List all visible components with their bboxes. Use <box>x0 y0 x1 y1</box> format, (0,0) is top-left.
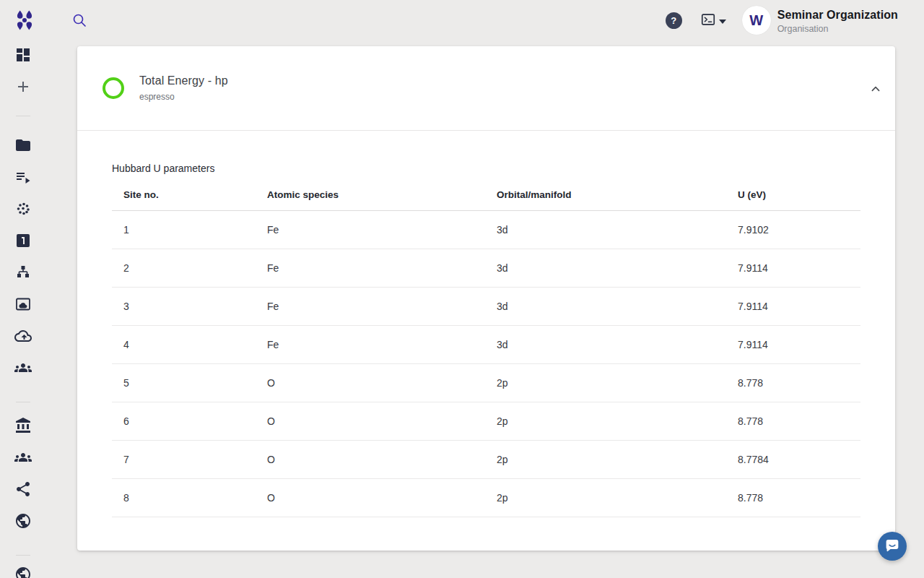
table-cell-site-no: 8 <box>112 478 256 517</box>
community-icon <box>14 449 32 466</box>
table-cell-site-no: 6 <box>112 402 256 440</box>
table-row: 6O2p8.778 <box>112 402 860 440</box>
table-cell-orbital: 3d <box>485 325 726 363</box>
table-cell-u-ev: 7.9114 <box>726 287 860 325</box>
column-header-u-ev: U (eV) <box>726 179 860 210</box>
sidebar-divider <box>16 402 30 402</box>
table-row: 1Fe3d7.9102 <box>112 210 860 249</box>
help-icon[interactable]: ? <box>666 12 682 29</box>
sidebar-item-cloud-resources[interactable] <box>14 296 32 313</box>
table-cell-site-no: 4 <box>112 325 256 363</box>
sidebar-item-share[interactable] <box>14 480 32 498</box>
table-cell-orbital: 2p <box>485 478 726 517</box>
table-cell-u-ev: 8.778 <box>726 478 860 517</box>
topbar: ? W Seminar Organization Organisation <box>0 0 924 40</box>
sidebar-item-workflows[interactable] <box>14 264 32 281</box>
table-cell-orbital: 3d <box>485 210 726 249</box>
title-block: Total Energy - hp espresso <box>139 74 228 102</box>
table-cell-species: O <box>256 440 485 478</box>
table-cell-u-ev: 7.9102 <box>726 210 860 249</box>
scatter-dots-icon <box>14 200 32 217</box>
organization-type: Organisation <box>777 24 898 34</box>
table-cell-site-no: 2 <box>112 249 256 287</box>
chevron-down-icon <box>719 15 726 26</box>
avatar[interactable]: W <box>742 6 771 35</box>
plus-icon <box>14 78 32 95</box>
sidebar-item-explore[interactable] <box>14 512 32 530</box>
section-title: Hubbard U parameters <box>112 163 860 174</box>
sidebar <box>0 40 46 578</box>
table-row: 4Fe3d7.9114 <box>112 325 860 363</box>
table-cell-species: O <box>256 478 485 517</box>
table-cell-u-ev: 7.9114 <box>726 249 860 287</box>
sidebar-item-jobs[interactable] <box>14 168 32 186</box>
sidebar-item-public[interactable] <box>14 566 32 578</box>
sidebar-item-community[interactable] <box>14 449 32 466</box>
share-icon <box>14 480 32 498</box>
card-title: Total Energy - hp <box>139 74 228 87</box>
table-cell-species: O <box>256 402 485 440</box>
sidebar-item-institution[interactable] <box>14 417 32 434</box>
looks-one-icon <box>14 232 32 249</box>
chevron-up-icon[interactable] <box>866 80 885 99</box>
table-cell-orbital: 2p <box>485 363 726 402</box>
table-cell-site-no: 1 <box>112 210 256 249</box>
table-cell-orbital: 2p <box>485 440 726 478</box>
app-logo[interactable] <box>12 7 38 33</box>
sidebar-item-groups[interactable] <box>14 359 32 376</box>
logo-drops-icon <box>12 25 38 35</box>
cloud-upload-icon <box>14 327 32 345</box>
table-cell-species: O <box>256 363 485 402</box>
table-cell-u-ev: 7.9114 <box>726 325 860 363</box>
table-cell-species: Fe <box>256 287 485 325</box>
column-header-site-no: Site no. <box>112 179 256 210</box>
table-cell-u-ev: 8.778 <box>726 402 860 440</box>
table-cell-u-ev: 8.7784 <box>726 440 860 478</box>
table-row: 3Fe3d7.9114 <box>112 287 860 325</box>
table-row: 2Fe3d7.9114 <box>112 249 860 287</box>
table-cell-u-ev: 8.778 <box>726 363 860 402</box>
table-cell-orbital: 2p <box>485 402 726 440</box>
table-cell-orbital: 3d <box>485 287 726 325</box>
user-block: Seminar Organization Organisation <box>777 7 898 34</box>
table-cell-species: Fe <box>256 210 485 249</box>
sidebar-divider <box>16 555 30 556</box>
sidebar-item-folders[interactable] <box>14 137 32 154</box>
sidebar-divider <box>16 116 30 116</box>
globe-partial-icon <box>14 566 32 578</box>
dashboard-icon <box>14 46 32 64</box>
chat-bubble-icon <box>883 536 902 557</box>
table-row: 8O2p8.778 <box>112 478 860 517</box>
organization-name: Seminar Organization <box>777 9 898 22</box>
card-subtitle: espresso <box>139 92 228 102</box>
hubbard-table-body: 1Fe3d7.91022Fe3d7.91143Fe3d7.91144Fe3d7.… <box>112 210 860 517</box>
table-row: 5O2p8.778 <box>112 363 860 402</box>
table-cell-species: Fe <box>256 249 485 287</box>
search-icon[interactable] <box>71 12 88 29</box>
sidebar-item-dashboard[interactable] <box>14 46 32 64</box>
column-header-species: Atomic species <box>256 179 485 210</box>
card-body: Hubbard U parameters Site no. Atomic spe… <box>77 131 895 517</box>
hierarchy-tree-icon <box>14 264 32 281</box>
terminal-menu-button[interactable] <box>700 12 726 30</box>
table-cell-site-no: 7 <box>112 440 256 478</box>
table-row: 7O2p8.7784 <box>112 440 860 478</box>
table-cell-site-no: 3 <box>112 287 256 325</box>
topbar-right: ? W Seminar Organization Organisation <box>666 0 898 40</box>
chat-launcher-button[interactable] <box>878 532 907 561</box>
column-header-orbital: Orbital/manifold <box>485 179 726 210</box>
process-card: Total Energy - hp espresso Hubbard U par… <box>77 46 895 551</box>
sidebar-item-looks-one[interactable] <box>14 232 32 249</box>
process-card-header: Total Energy - hp espresso <box>77 46 895 131</box>
table-cell-species: Fe <box>256 325 485 363</box>
bank-icon <box>14 417 32 434</box>
terminal-icon <box>700 12 716 30</box>
hubbard-table: Site no. Atomic species Orbital/manifold… <box>112 179 860 517</box>
sidebar-item-upload[interactable] <box>14 327 32 345</box>
table-header-row: Site no. Atomic species Orbital/manifold… <box>112 179 860 210</box>
table-cell-orbital: 3d <box>485 249 726 287</box>
sidebar-item-add[interactable] <box>14 78 32 95</box>
sidebar-item-simulations[interactable] <box>14 200 32 217</box>
groups-icon <box>14 359 32 376</box>
table-cell-site-no: 5 <box>112 363 256 402</box>
